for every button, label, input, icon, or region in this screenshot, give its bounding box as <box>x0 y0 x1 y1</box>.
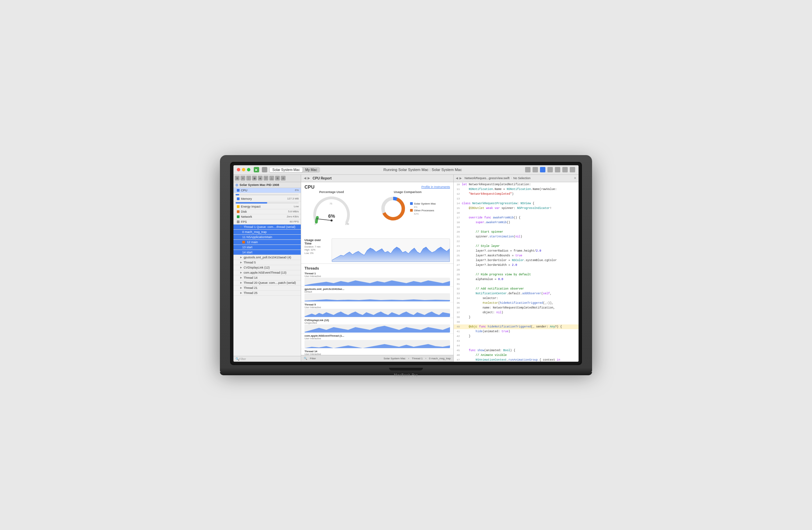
maximize-button[interactable] <box>247 168 250 171</box>
thread-1-row[interactable]: ▼ Thread 1 Queue: com....thread (serial) <box>233 224 301 229</box>
toolbar-icon-8[interactable]: ⊕ <box>275 176 280 181</box>
cvdisplay-label: CVDisplayLink (12) <box>244 266 299 269</box>
line-content-18: super.awakeFromNib() <box>462 220 577 225</box>
profile-instruments-button[interactable]: Profile in Instruments <box>421 185 450 189</box>
nsevent-row[interactable]: ▶ com.apple.NSEventThread (13) <box>233 270 301 275</box>
expand-icon-7[interactable]: ▶ <box>240 281 242 284</box>
code-line-22: 22 <box>454 239 579 244</box>
gauge-container: 0 75 150 6% <box>311 195 352 222</box>
gputools-row[interactable]: ▶ gputools.smt_poll.0x10410aea0 (4) <box>233 255 301 260</box>
expand-icon-8[interactable]: ▶ <box>240 287 242 289</box>
toolbar-icon-7[interactable] <box>570 167 575 172</box>
line-num-17: 17 <box>455 215 462 220</box>
line-num-40: 40 <box>455 324 462 329</box>
ns-thread-type: User Interactive <box>304 337 450 340</box>
code-line-29: 29 // Hide progress view by default <box>454 272 579 277</box>
line-num-39: 39 <box>455 320 462 324</box>
toolbar-icon-2[interactable] <box>533 167 538 172</box>
line-content-33: NotificationCenter.default.addObserver(s… <box>462 291 577 296</box>
minimize-button[interactable] <box>242 168 245 171</box>
expand-icon-6[interactable]: ▶ <box>240 276 242 279</box>
close-tab-icon[interactable]: ✕ <box>574 177 577 180</box>
expand-icon-4[interactable]: ▶ <box>240 266 242 269</box>
nav-forward-editor[interactable]: ▶ <box>460 177 462 180</box>
toolbar-icon-1[interactable] <box>525 167 531 172</box>
energy-row[interactable]: Energy Impact Low <box>233 204 301 209</box>
play-button[interactable]: ▶ <box>254 167 259 172</box>
thread25-row[interactable]: ▶ Thread 25 <box>233 291 301 296</box>
svg-line-0 <box>317 219 332 221</box>
toolbar-icon-4[interactable]: ◉ <box>252 176 257 181</box>
toolbar-icon-4[interactable] <box>548 167 553 172</box>
screen-bezel: ▶ Solar System Mac My Mac Running Solar … <box>230 162 582 365</box>
code-line-43: 43 <box>454 339 579 344</box>
trap-label-bottom: 0 mach_msg_trap <box>429 357 451 360</box>
start-13-row[interactable]: 13 start <box>233 245 301 250</box>
line-num-19: 19 <box>455 225 462 229</box>
toolbar-icon[interactable]: ⊞ <box>235 176 240 181</box>
line-num-22: 22 <box>455 239 462 244</box>
toolbar-icon-6[interactable]: ▽ <box>264 176 268 181</box>
expand-icon-3[interactable]: ▶ <box>240 261 242 264</box>
line-content-47: NSAnimationContext.runAnimationGroup { c… <box>462 358 577 362</box>
nav-forward[interactable]: ▶ <box>307 177 310 180</box>
thread25-label: Thread 25 <box>244 291 299 295</box>
separator-2: › <box>425 357 426 360</box>
start-13-label: 13 start <box>242 246 299 249</box>
nsmain-row[interactable]: 11 NSApplicationMain <box>233 235 301 240</box>
toolbar-icon-2[interactable]: ≡ <box>241 176 245 181</box>
legend-item-solar: Solar System Mac <box>410 202 436 205</box>
fps-row[interactable]: FPS 60 FPS <box>233 220 301 224</box>
nav-back-editor[interactable]: ◀ <box>456 177 458 180</box>
toolbar-icon-9[interactable]: ⊖ <box>281 176 286 181</box>
nav-back[interactable]: ◀ <box>304 177 306 180</box>
main-row[interactable]: 12 main <box>233 240 301 245</box>
main-icon <box>242 241 245 243</box>
thread-1-chart <box>304 278 450 286</box>
thread5-row[interactable]: ▶ Thread 5 <box>233 260 301 265</box>
toolbar-icon-5[interactable]: ◈ <box>258 176 263 181</box>
thread-row-gpu: gputools.smt_poll.0x10410ae... Default <box>301 287 453 303</box>
close-button[interactable] <box>237 168 240 171</box>
line-num-25: 25 <box>455 253 462 258</box>
code-line-14: 14 class NetworkRequestProgressView: NSV… <box>454 201 579 206</box>
tab-solar-system-mac[interactable]: Solar System Mac <box>270 167 303 172</box>
expand-icon-9[interactable]: ▶ <box>240 292 242 294</box>
line-num-10: 10 <box>455 182 462 187</box>
process-icon: ◎ <box>235 183 238 186</box>
code-line-36: 36 name: NetworkRequestCompletedNotifica… <box>454 306 579 310</box>
process-name: Solar System Mac PID 1908 <box>240 183 279 186</box>
expand-icon[interactable]: ▼ <box>240 225 242 228</box>
network-row[interactable]: Network Zero KB/s <box>233 214 301 220</box>
tab-my-mac[interactable]: My Mac <box>303 167 320 172</box>
legend-name-solar: Solar System Mac <box>414 202 436 205</box>
line-content-46: // Animate visible <box>462 353 577 358</box>
usage-title: Usage over Time <box>304 238 328 245</box>
code-line-19: 19 <box>454 225 579 229</box>
memory-row[interactable]: Memory 127.3 MB <box>233 196 301 201</box>
line-num-23: 23 <box>455 244 462 249</box>
filter-icon: 🔍 <box>235 357 239 361</box>
thread14-row[interactable]: ▶ Thread 14 <box>233 275 301 280</box>
start-14-row[interactable]: 14 start <box>233 250 301 255</box>
other-percentage: 62% <box>410 213 436 215</box>
thread21-row[interactable]: ▶ Thread 21 <box>233 285 301 291</box>
disk-row[interactable]: Disk 5.8 MB/s <box>233 209 301 214</box>
expand-icon-2[interactable]: ▶ <box>240 256 242 259</box>
stop-button[interactable] <box>262 167 267 172</box>
toolbar-icon-3[interactable]: ⋮ <box>246 176 251 181</box>
memory-value: 127.3 MB <box>287 197 299 200</box>
toolbar-icon-3[interactable] <box>540 167 546 172</box>
code-line-16: 16 <box>454 211 579 215</box>
thread20-row[interactable]: ▶ Thread 20 Queue: com....patch (serial) <box>233 280 301 285</box>
line-content-26: layer?.borderColor = NSColor.systemBlue.… <box>462 258 577 263</box>
filter-icon-bottom: 🔍 <box>304 357 307 360</box>
toolbar-icon-5[interactable] <box>555 167 560 172</box>
expand-icon-5[interactable]: ▶ <box>240 271 242 274</box>
cpu-row[interactable]: CPU 6% <box>233 188 301 193</box>
right-panel: ◀ ▶ NetworkReques...gressView.swift › No… <box>453 175 579 362</box>
cvdisplay-row[interactable]: ▶ CVDisplayLink (12) <box>233 265 301 270</box>
toolbar-icon-7[interactable]: △ <box>269 176 274 181</box>
toolbar-icon-6[interactable] <box>562 167 568 172</box>
trap-row[interactable]: 0 mach_msg_trap <box>233 229 301 235</box>
